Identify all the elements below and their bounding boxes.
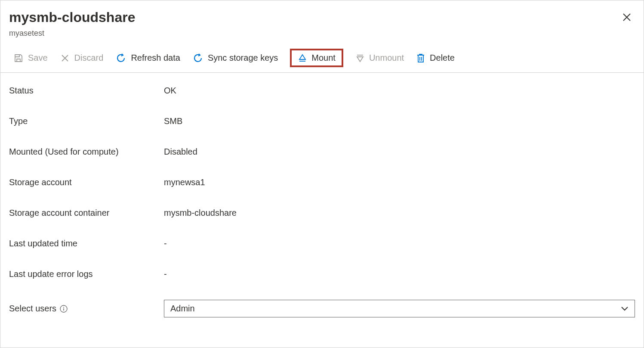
page-title: mysmb-cloudshare: [9, 9, 635, 25]
toolbar: Save Discard Refresh data Sync storage k…: [0, 42, 644, 73]
delete-button[interactable]: Delete: [416, 53, 455, 63]
mount-icon: [298, 53, 307, 63]
discard-icon: [60, 53, 70, 63]
select-users-value: Admin: [170, 304, 195, 314]
discard-label: Discard: [74, 53, 104, 63]
type-label: Type: [9, 116, 164, 126]
discard-button: Discard: [60, 53, 104, 63]
delete-label: Delete: [430, 53, 455, 63]
type-value: SMB: [164, 116, 182, 126]
storage-account-value: mynewsa1: [164, 177, 205, 187]
save-button: Save: [13, 53, 48, 63]
close-button[interactable]: [622, 12, 632, 22]
page-subtitle: myasetest: [9, 29, 635, 38]
content: Status OK Type SMB Mounted (Used for com…: [0, 73, 644, 326]
unmount-icon: [355, 53, 365, 63]
status-label: Status: [9, 86, 164, 96]
save-label: Save: [28, 53, 48, 63]
info-icon[interactable]: [60, 305, 68, 313]
last-updated-label: Last updated time: [9, 239, 164, 249]
sync-icon: [192, 53, 203, 64]
refresh-label: Refresh data: [131, 53, 180, 63]
last-updated-value: -: [164, 239, 167, 249]
mount-label: Mount: [311, 53, 336, 63]
select-users-dropdown[interactable]: Admin: [164, 300, 635, 317]
error-logs-value: -: [164, 269, 167, 279]
unmount-button: Unmount: [355, 53, 404, 63]
select-users-label: Select users: [9, 304, 164, 314]
storage-account-label: Storage account: [9, 177, 164, 187]
svg-point-3: [63, 307, 64, 308]
refresh-icon: [115, 53, 126, 64]
sync-button[interactable]: Sync storage keys: [192, 53, 278, 64]
storage-container-label: Storage account container: [9, 208, 164, 218]
chevron-down-icon: [621, 304, 629, 314]
close-icon: [622, 12, 632, 22]
mounted-label: Mounted (Used for compute): [9, 147, 164, 157]
mount-button[interactable]: Mount: [290, 49, 343, 67]
refresh-button[interactable]: Refresh data: [115, 53, 180, 64]
delete-icon: [416, 53, 425, 63]
sync-label: Sync storage keys: [208, 53, 278, 63]
storage-container-value: mysmb-cloudshare: [164, 208, 237, 218]
error-logs-label: Last update error logs: [9, 269, 164, 279]
status-value: OK: [164, 86, 176, 96]
unmount-label: Unmount: [369, 53, 404, 63]
save-icon: [13, 53, 24, 63]
mounted-value: Disabled: [164, 147, 197, 157]
